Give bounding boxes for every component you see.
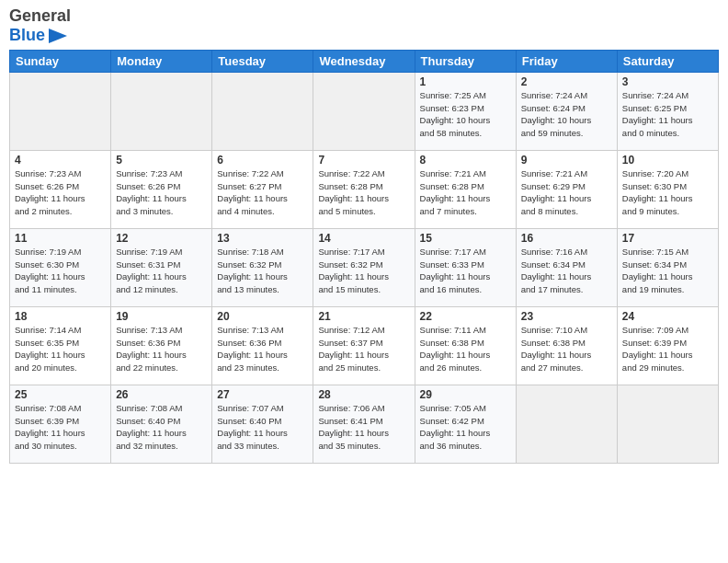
calendar-day-cell	[111, 72, 212, 150]
weekday-header: Sunday	[10, 50, 111, 72]
calendar-day-cell: 22Sunrise: 7:11 AM Sunset: 6:38 PM Dayli…	[415, 306, 516, 385]
day-info: Sunrise: 7:17 AM Sunset: 6:32 PM Dayligh…	[318, 246, 409, 296]
calendar-day-cell: 15Sunrise: 7:17 AM Sunset: 6:33 PM Dayli…	[415, 228, 516, 306]
day-number: 6	[217, 154, 308, 167]
day-number: 8	[420, 154, 511, 167]
day-number: 20	[217, 310, 308, 323]
weekday-header: Tuesday	[212, 50, 313, 72]
calendar-day-cell: 28Sunrise: 7:06 AM Sunset: 6:41 PM Dayli…	[313, 385, 415, 463]
calendar-day-cell	[617, 385, 718, 463]
day-number: 5	[116, 154, 207, 167]
day-info: Sunrise: 7:23 AM Sunset: 6:26 PM Dayligh…	[15, 167, 106, 218]
calendar-day-cell: 23Sunrise: 7:10 AM Sunset: 6:38 PM Dayli…	[516, 306, 617, 385]
calendar-day-cell: 16Sunrise: 7:16 AM Sunset: 6:34 PM Dayli…	[516, 228, 617, 306]
day-number: 26	[116, 388, 207, 401]
calendar-day-cell: 4Sunrise: 7:23 AM Sunset: 6:26 PM Daylig…	[10, 150, 111, 228]
day-number: 15	[420, 232, 511, 245]
day-number: 7	[318, 154, 409, 167]
day-info: Sunrise: 7:19 AM Sunset: 6:31 PM Dayligh…	[116, 246, 207, 296]
calendar-week-row: 25Sunrise: 7:08 AM Sunset: 6:39 PM Dayli…	[10, 385, 719, 463]
logo: General Blue	[9, 7, 71, 46]
calendar-week-row: 1Sunrise: 7:25 AM Sunset: 6:23 PM Daylig…	[10, 72, 719, 150]
day-number: 29	[420, 388, 511, 401]
calendar-day-cell	[10, 72, 111, 150]
calendar-day-cell: 9Sunrise: 7:21 AM Sunset: 6:29 PM Daylig…	[516, 150, 617, 228]
day-number: 24	[622, 310, 713, 323]
day-info: Sunrise: 7:12 AM Sunset: 6:37 PM Dayligh…	[318, 324, 409, 374]
day-info: Sunrise: 7:13 AM Sunset: 6:36 PM Dayligh…	[217, 324, 308, 374]
day-info: Sunrise: 7:13 AM Sunset: 6:36 PM Dayligh…	[116, 324, 207, 374]
day-number: 1	[420, 75, 511, 88]
day-number: 12	[116, 232, 207, 245]
calendar-day-cell: 14Sunrise: 7:17 AM Sunset: 6:32 PM Dayli…	[313, 228, 415, 306]
calendar-week-row: 18Sunrise: 7:14 AM Sunset: 6:35 PM Dayli…	[10, 306, 719, 385]
day-info: Sunrise: 7:14 AM Sunset: 6:35 PM Dayligh…	[15, 324, 106, 374]
day-info: Sunrise: 7:22 AM Sunset: 6:27 PM Dayligh…	[217, 167, 308, 218]
day-info: Sunrise: 7:20 AM Sunset: 6:30 PM Dayligh…	[622, 167, 713, 218]
weekday-header: Thursday	[415, 50, 516, 72]
calendar-day-cell: 27Sunrise: 7:07 AM Sunset: 6:40 PM Dayli…	[212, 385, 313, 463]
calendar-day-cell	[516, 385, 617, 463]
calendar-day-cell: 8Sunrise: 7:21 AM Sunset: 6:28 PM Daylig…	[415, 150, 516, 228]
day-info: Sunrise: 7:18 AM Sunset: 6:32 PM Dayligh…	[217, 246, 308, 296]
calendar-day-cell: 26Sunrise: 7:08 AM Sunset: 6:40 PM Dayli…	[111, 385, 212, 463]
calendar-day-cell: 2Sunrise: 7:24 AM Sunset: 6:24 PM Daylig…	[516, 72, 617, 150]
day-number: 16	[521, 232, 612, 245]
day-info: Sunrise: 7:15 AM Sunset: 6:34 PM Dayligh…	[622, 246, 713, 296]
calendar-day-cell: 3Sunrise: 7:24 AM Sunset: 6:25 PM Daylig…	[617, 72, 718, 150]
day-info: Sunrise: 7:06 AM Sunset: 6:41 PM Dayligh…	[318, 402, 409, 453]
day-info: Sunrise: 7:21 AM Sunset: 6:29 PM Dayligh…	[521, 167, 612, 218]
calendar-day-cell: 1Sunrise: 7:25 AM Sunset: 6:23 PM Daylig…	[415, 72, 516, 150]
weekday-header: Wednesday	[313, 50, 415, 72]
day-number: 13	[217, 232, 308, 245]
calendar-day-cell: 24Sunrise: 7:09 AM Sunset: 6:39 PM Dayli…	[617, 306, 718, 385]
day-info: Sunrise: 7:25 AM Sunset: 6:23 PM Dayligh…	[420, 89, 511, 140]
day-number: 28	[318, 388, 409, 401]
calendar-day-cell: 29Sunrise: 7:05 AM Sunset: 6:42 PM Dayli…	[415, 385, 516, 463]
calendar-day-cell: 7Sunrise: 7:22 AM Sunset: 6:28 PM Daylig…	[313, 150, 415, 228]
weekday-header: Friday	[516, 50, 617, 72]
day-info: Sunrise: 7:07 AM Sunset: 6:40 PM Dayligh…	[217, 402, 308, 453]
calendar-day-cell	[313, 72, 415, 150]
calendar-table: SundayMondayTuesdayWednesdayThursdayFrid…	[9, 50, 719, 464]
day-number: 22	[420, 310, 511, 323]
calendar-day-cell: 13Sunrise: 7:18 AM Sunset: 6:32 PM Dayli…	[212, 228, 313, 306]
calendar-day-cell: 19Sunrise: 7:13 AM Sunset: 6:36 PM Dayli…	[111, 306, 212, 385]
calendar-week-row: 4Sunrise: 7:23 AM Sunset: 6:26 PM Daylig…	[10, 150, 719, 228]
logo-arrow-icon	[45, 26, 71, 46]
calendar-day-cell: 12Sunrise: 7:19 AM Sunset: 6:31 PM Dayli…	[111, 228, 212, 306]
day-info: Sunrise: 7:19 AM Sunset: 6:30 PM Dayligh…	[15, 246, 106, 296]
day-number: 2	[521, 75, 612, 88]
calendar-day-cell: 11Sunrise: 7:19 AM Sunset: 6:30 PM Dayli…	[10, 228, 111, 306]
calendar-day-cell: 5Sunrise: 7:23 AM Sunset: 6:26 PM Daylig…	[111, 150, 212, 228]
day-number: 25	[15, 388, 106, 401]
calendar-day-cell: 21Sunrise: 7:12 AM Sunset: 6:37 PM Dayli…	[313, 306, 415, 385]
day-info: Sunrise: 7:08 AM Sunset: 6:39 PM Dayligh…	[15, 402, 106, 453]
day-info: Sunrise: 7:24 AM Sunset: 6:24 PM Dayligh…	[521, 89, 612, 140]
calendar-day-cell	[212, 72, 313, 150]
day-info: Sunrise: 7:05 AM Sunset: 6:42 PM Dayligh…	[420, 402, 511, 453]
calendar-day-cell: 25Sunrise: 7:08 AM Sunset: 6:39 PM Dayli…	[10, 385, 111, 463]
day-info: Sunrise: 7:23 AM Sunset: 6:26 PM Dayligh…	[116, 167, 207, 218]
calendar-week-row: 11Sunrise: 7:19 AM Sunset: 6:30 PM Dayli…	[10, 228, 719, 306]
calendar-day-cell: 10Sunrise: 7:20 AM Sunset: 6:30 PM Dayli…	[617, 150, 718, 228]
day-info: Sunrise: 7:11 AM Sunset: 6:38 PM Dayligh…	[420, 324, 511, 374]
weekday-header: Monday	[111, 50, 212, 72]
day-number: 9	[521, 154, 612, 167]
day-info: Sunrise: 7:10 AM Sunset: 6:38 PM Dayligh…	[521, 324, 612, 374]
day-number: 10	[622, 154, 713, 167]
day-number: 19	[116, 310, 207, 323]
calendar-day-cell: 20Sunrise: 7:13 AM Sunset: 6:36 PM Dayli…	[212, 306, 313, 385]
day-info: Sunrise: 7:16 AM Sunset: 6:34 PM Dayligh…	[521, 246, 612, 296]
day-info: Sunrise: 7:22 AM Sunset: 6:28 PM Dayligh…	[318, 167, 409, 218]
logo-blue-line: Blue	[9, 26, 71, 46]
day-info: Sunrise: 7:24 AM Sunset: 6:25 PM Dayligh…	[622, 89, 713, 140]
day-number: 23	[521, 310, 612, 323]
day-number: 21	[318, 310, 409, 323]
calendar-day-cell: 6Sunrise: 7:22 AM Sunset: 6:27 PM Daylig…	[212, 150, 313, 228]
day-number: 17	[622, 232, 713, 245]
day-number: 18	[15, 310, 106, 323]
day-number: 3	[622, 75, 713, 88]
day-info: Sunrise: 7:08 AM Sunset: 6:40 PM Dayligh…	[116, 402, 207, 453]
day-number: 4	[15, 154, 106, 167]
